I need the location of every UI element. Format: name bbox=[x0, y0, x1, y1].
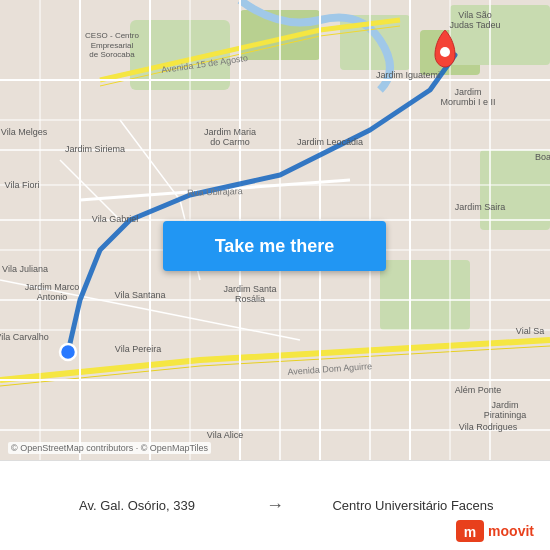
svg-text:do Carmo: do Carmo bbox=[210, 137, 250, 147]
svg-text:Vila Rodrigues: Vila Rodrigues bbox=[459, 422, 518, 432]
svg-text:Vila São: Vila São bbox=[458, 10, 491, 20]
svg-text:Jardim Siriema: Jardim Siriema bbox=[65, 144, 125, 154]
svg-text:Vila Juliana: Vila Juliana bbox=[2, 264, 48, 274]
svg-text:Judas Tadeu: Judas Tadeu bbox=[450, 20, 501, 30]
svg-text:Vila Fiori: Vila Fiori bbox=[5, 180, 40, 190]
svg-text:Rua Ubirajara: Rua Ubirajara bbox=[187, 186, 243, 198]
svg-text:Vila Carvalho: Vila Carvalho bbox=[0, 332, 49, 342]
svg-text:Jardim Santa: Jardim Santa bbox=[223, 284, 276, 294]
map-attribution: © OpenStreetMap contributors · © OpenMap… bbox=[8, 442, 211, 454]
svg-rect-7 bbox=[380, 260, 470, 330]
moovit-logo: m moovit bbox=[456, 520, 534, 542]
map-container: Vila São Judas Tadeu CESO - Centro Empre… bbox=[0, 0, 550, 460]
openmaptiles-attribution: © OpenMapTiles bbox=[141, 443, 208, 453]
svg-text:Jardim: Jardim bbox=[454, 87, 481, 97]
route-arrow: → bbox=[266, 495, 284, 516]
svg-text:Jardim Saira: Jardim Saira bbox=[455, 202, 506, 212]
bottom-bar: Av. Gal. Osório, 339 → Centro Universitá… bbox=[0, 460, 550, 550]
svg-text:Jardim: Jardim bbox=[491, 400, 518, 410]
svg-point-29 bbox=[60, 344, 76, 360]
svg-text:CESO - Centro: CESO - Centro bbox=[85, 31, 139, 40]
svg-text:Boa: Boa bbox=[535, 152, 550, 162]
svg-text:Além Ponte: Além Ponte bbox=[455, 385, 502, 395]
moovit-brand-text: moovit bbox=[488, 523, 534, 539]
svg-text:Piratininga: Piratininga bbox=[484, 410, 527, 420]
svg-text:Vila Santana: Vila Santana bbox=[115, 290, 166, 300]
svg-text:Rosália: Rosália bbox=[235, 294, 265, 304]
svg-text:Empresarial: Empresarial bbox=[91, 41, 134, 50]
svg-text:Vila Melges: Vila Melges bbox=[1, 127, 48, 137]
svg-text:Vila Pereira: Vila Pereira bbox=[115, 344, 161, 354]
svg-text:Vila Gabriel: Vila Gabriel bbox=[92, 214, 138, 224]
take-me-there-button[interactable]: Take me there bbox=[163, 221, 386, 271]
route-to: Centro Universitário Facens bbox=[292, 498, 534, 513]
svg-text:Vial Sa: Vial Sa bbox=[516, 326, 544, 336]
svg-text:m: m bbox=[464, 524, 476, 540]
svg-text:de Sorocaba: de Sorocaba bbox=[89, 50, 135, 59]
svg-text:Antonio: Antonio bbox=[37, 292, 68, 302]
route-from: Av. Gal. Osório, 339 bbox=[16, 498, 258, 513]
svg-text:Jardim Marco: Jardim Marco bbox=[25, 282, 80, 292]
svg-text:Jardim Maria: Jardim Maria bbox=[204, 127, 256, 137]
moovit-logo-icon: m bbox=[456, 520, 484, 542]
svg-point-30 bbox=[440, 47, 450, 57]
svg-text:Vila Alice: Vila Alice bbox=[207, 430, 243, 440]
svg-text:Jardim Iguatemi: Jardim Iguatemi bbox=[376, 70, 440, 80]
osm-attribution: © OpenStreetMap contributors bbox=[11, 443, 133, 453]
svg-text:Morumbi I e II: Morumbi I e II bbox=[440, 97, 495, 107]
svg-text:Jardim Leocádia: Jardim Leocádia bbox=[297, 137, 363, 147]
